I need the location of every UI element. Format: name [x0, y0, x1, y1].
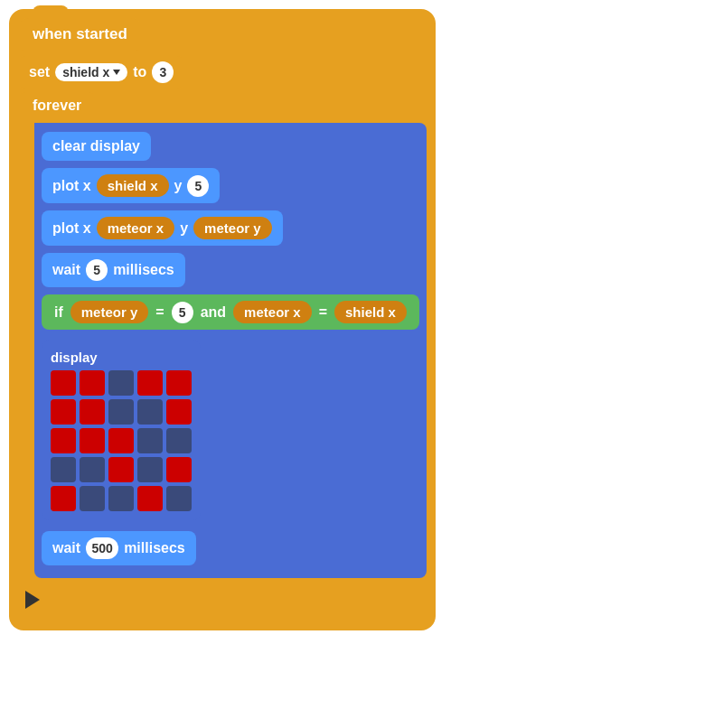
display-grid	[51, 370, 192, 511]
if-shield-x-pill[interactable]: shield x	[334, 301, 407, 323]
cell-2-3	[137, 428, 163, 453]
cell-4-4	[166, 486, 192, 511]
wait2-row: wait 500 millisecs	[42, 531, 419, 565]
cell-1-0	[51, 399, 76, 425]
if-shield-x: shield x	[345, 304, 396, 320]
cell-2-0	[51, 428, 76, 453]
when-started-label: when started	[33, 25, 127, 42]
cell-3-3	[137, 457, 163, 482]
plot2-block[interactable]: plot x meteor x y meteor y	[42, 210, 283, 246]
cell-3-2	[108, 457, 134, 482]
cell-1-2	[108, 399, 134, 425]
plot1-label: plot x	[52, 178, 91, 194]
and-label: and	[201, 304, 226, 321]
forever-block[interactable]: forever	[18, 92, 96, 119]
set-block[interactable]: set shield x to 3	[18, 56, 184, 89]
shield-x-pill[interactable]: shield x	[97, 174, 169, 197]
set-value-badge: 3	[152, 61, 174, 83]
cell-2-2	[108, 428, 134, 453]
meteor-x-pill[interactable]: meteor x	[97, 217, 175, 239]
cell-0-1	[80, 370, 105, 396]
scratch-program: when started set shield x to 3 forever	[9, 9, 436, 630]
cell-1-3	[137, 399, 163, 425]
cell-2-4	[166, 428, 192, 453]
to-label: to	[133, 64, 146, 80]
set-block-row: set shield x to 3	[18, 56, 427, 89]
if-meteor-y: meteor y	[81, 304, 138, 320]
wait1-badge: 5	[86, 259, 108, 281]
cell-0-0	[51, 370, 76, 396]
outer-container: when started set shield x to 3 forever	[9, 9, 436, 630]
cell-0-4	[166, 370, 192, 396]
cell-1-1	[80, 399, 105, 425]
millisecs1-label: millisecs	[113, 262, 174, 278]
clear-display-row: clear display	[42, 132, 419, 161]
display-block[interactable]: display	[42, 341, 201, 520]
cell-4-2	[108, 486, 134, 511]
variable-dropdown[interactable]: shield x	[55, 63, 127, 81]
forever-block-row: forever	[18, 92, 427, 119]
plot2-label: plot x	[52, 220, 91, 237]
plot1-block[interactable]: plot x shield x y 5	[42, 168, 220, 203]
clear-display-label: clear display	[52, 138, 140, 154]
dropdown-arrow-icon	[113, 70, 120, 75]
cell-3-0	[51, 457, 76, 482]
plot2-row: plot x meteor x y meteor y	[42, 210, 419, 246]
set-value: 3	[159, 65, 166, 79]
meteor-y-pill[interactable]: meteor y	[193, 217, 272, 239]
cell-4-0	[51, 486, 76, 511]
if-meteor-x: meteor x	[244, 304, 301, 320]
wait2-block[interactable]: wait 500 millisecs	[42, 531, 196, 565]
if-block[interactable]: if meteor y = 5 and meteor x =	[42, 294, 419, 330]
set-label: set	[29, 64, 50, 80]
eq1-label: =	[155, 304, 164, 321]
cell-1-4	[166, 399, 192, 425]
meteor-x-label: meteor x	[108, 220, 164, 236]
variable-name: shield x	[62, 65, 109, 79]
millisecs2-label: millisecs	[124, 540, 185, 556]
when-started-block[interactable]: when started	[18, 18, 142, 51]
forever-label: forever	[33, 98, 81, 113]
wait2-badge: 500	[86, 537, 118, 559]
y1-label: y	[174, 178, 183, 194]
meteor-y-label: meteor y	[204, 220, 261, 236]
clear-display-block[interactable]: clear display	[42, 132, 151, 161]
wait1-value: 5	[93, 263, 100, 277]
wait1-row: wait 5 millisecs	[42, 253, 419, 287]
wait1-label: wait	[52, 262, 80, 278]
cell-0-3	[137, 370, 163, 396]
display-row: display	[42, 337, 419, 524]
cell-2-1	[80, 428, 105, 453]
wait2-value: 500	[91, 541, 112, 555]
plot1-y-badge: 5	[187, 175, 209, 197]
shield-x-label: shield x	[108, 178, 158, 193]
display-label: display	[51, 350, 192, 365]
cell-0-2	[108, 370, 134, 396]
plot1-row: plot x shield x y 5	[42, 168, 419, 203]
cell-4-3	[137, 486, 163, 511]
wait1-block[interactable]: wait 5 millisecs	[42, 253, 185, 287]
if-value: 5	[179, 305, 186, 320]
if-value-badge: 5	[172, 302, 193, 323]
wait2-label: wait	[52, 540, 80, 556]
play-arrow-icon[interactable]	[25, 591, 40, 609]
cell-4-1	[80, 486, 105, 511]
eq2-label: =	[319, 304, 327, 321]
plot1-y-value: 5	[195, 179, 202, 193]
if-meteor-y-pill[interactable]: meteor y	[70, 301, 149, 323]
if-row: if meteor y = 5 and meteor x =	[42, 294, 419, 330]
y2-label: y	[180, 220, 188, 237]
cell-3-1	[80, 457, 105, 482]
if-label: if	[54, 304, 63, 321]
cell-3-4	[166, 457, 192, 482]
if-meteor-x-pill[interactable]: meteor x	[233, 301, 312, 323]
